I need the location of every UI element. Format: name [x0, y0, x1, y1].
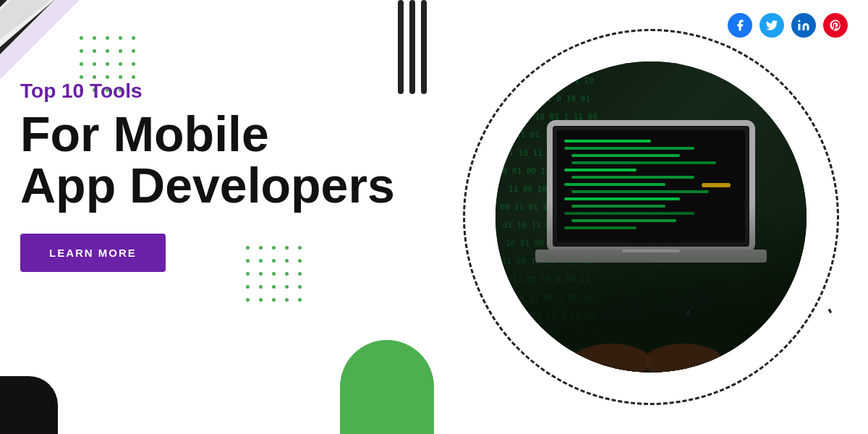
- svg-rect-27: [571, 161, 716, 164]
- green-arc-decoration: [340, 340, 434, 434]
- triangle-decoration: [0, 0, 80, 80]
- hero-content: Top 10 Tools For Mobile App Developers L…: [20, 80, 411, 272]
- learn-more-button[interactable]: LEARN MORE: [20, 234, 166, 272]
- svg-rect-24: [564, 140, 651, 142]
- hero-title-line2: App Developers: [20, 160, 411, 211]
- hero-title-line1: For Mobile: [20, 109, 411, 160]
- svg-rect-28: [564, 169, 637, 171]
- svg-rect-30: [564, 183, 665, 186]
- twitter-icon[interactable]: [760, 13, 784, 38]
- black-arc-decoration: [0, 376, 58, 434]
- dot-grid-middle: [246, 246, 305, 305]
- linkedin-icon[interactable]: [791, 13, 816, 38]
- svg-rect-31: [571, 190, 709, 193]
- facebook-icon[interactable]: [728, 13, 752, 38]
- svg-point-0: [799, 20, 801, 22]
- hero-subtitle: Top 10 Tools: [20, 80, 411, 103]
- hero-image-area: 01 10 11 00 1 01 10 10 01 00 11 0 10 01 …: [448, 14, 854, 420]
- svg-text:01 10 11 00 1 01 10: 01 10 11 00 1 01 10: [503, 76, 594, 85]
- svg-rect-32: [564, 197, 680, 200]
- pinterest-icon[interactable]: [823, 13, 848, 38]
- svg-rect-37: [702, 183, 731, 187]
- social-bar: [728, 13, 848, 38]
- svg-text:10 01 00 11 0 10 01: 10 01 00 11 0 10 01: [499, 94, 590, 103]
- svg-rect-25: [564, 147, 694, 150]
- svg-rect-29: [571, 176, 694, 179]
- svg-rect-26: [571, 154, 680, 157]
